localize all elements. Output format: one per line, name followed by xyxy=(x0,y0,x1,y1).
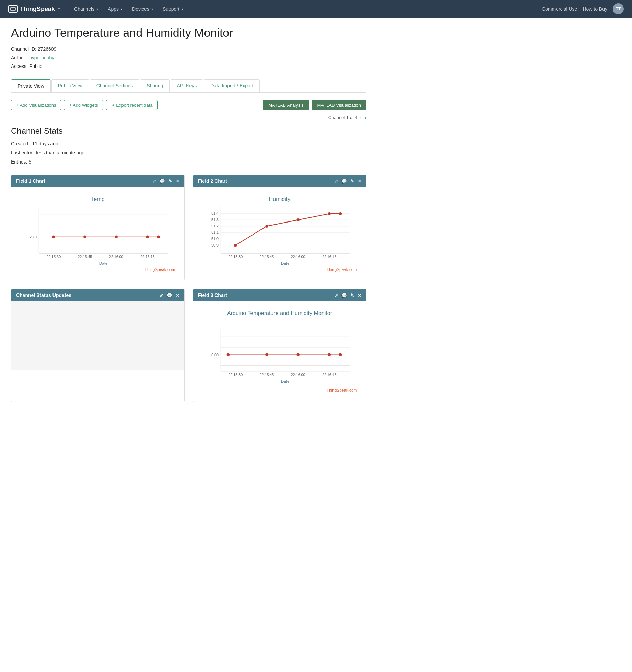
nav-left: ThingSpeak™ Channels▾ Apps▾ Devices▾ Sup… xyxy=(8,4,187,14)
field2-expand-icon[interactable]: ⤢ xyxy=(334,179,338,184)
svg-point-62 xyxy=(265,353,268,357)
svg-point-16 xyxy=(115,236,118,239)
field2-close-icon[interactable]: ✕ xyxy=(358,179,361,184)
field3-chart-title: Field 3 Chart xyxy=(198,292,227,298)
field1-edit-icon[interactable]: ✎ xyxy=(168,179,172,184)
field1-comment-icon[interactable]: 💬 xyxy=(160,179,165,184)
field1-chart-body: Temp Temperature 28.0 22:15:30 22:15:45 xyxy=(11,187,184,280)
status-close-icon[interactable]: ✕ xyxy=(176,293,179,298)
svg-point-17 xyxy=(146,236,149,239)
svg-text:ThingSpeak.com: ThingSpeak.com xyxy=(327,267,357,272)
svg-text:22:15:45: 22:15:45 xyxy=(260,255,274,259)
support-caret: ▾ xyxy=(182,7,183,11)
svg-text:Arduino Temperature and Humidi: Arduino Temperature and Humidity Monitor xyxy=(227,310,332,316)
field2-edit-icon[interactable]: ✎ xyxy=(350,179,354,184)
access-row: Access: Public xyxy=(11,62,366,71)
nav-apps[interactable]: Apps▾ xyxy=(104,4,127,14)
brand-name: ThingSpeak xyxy=(20,5,55,13)
toolbar-left: + Add Visualizations + Add Widgets ✦ Exp… xyxy=(11,100,158,110)
stats-title: Channel Stats xyxy=(11,126,366,136)
matlab-analysis-button[interactable]: MATLAB Analysis xyxy=(263,100,309,110)
field3-comment-icon[interactable]: 💬 xyxy=(341,293,347,298)
svg-text:Date: Date xyxy=(281,261,290,266)
svg-text:Humidity: Humidity xyxy=(269,196,291,202)
user-avatar[interactable]: TT xyxy=(613,3,624,14)
tab-data-import-export[interactable]: Data Import / Export xyxy=(204,79,260,92)
svg-text:22:16:00: 22:16:00 xyxy=(109,255,124,259)
field1-chart-header: Field 1 Chart ⤢ 💬 ✎ ✕ xyxy=(11,175,184,187)
field2-svg: Humidity Humidity 51.4 51.3 51.2 xyxy=(199,193,361,274)
svg-text:22:16:00: 22:16:00 xyxy=(291,255,305,259)
channel-next-arrow[interactable]: › xyxy=(365,115,366,121)
created-link[interactable]: 11 days ago xyxy=(32,141,58,146)
commercial-use-link[interactable]: Commercial Use xyxy=(542,6,577,12)
field2-comment-icon[interactable]: 💬 xyxy=(341,179,347,184)
channel-prev-arrow[interactable]: ‹ xyxy=(360,115,362,121)
svg-text:22:15:30: 22:15:30 xyxy=(46,255,61,259)
tab-channel-settings[interactable]: Channel Settings xyxy=(90,79,140,92)
status-expand-icon[interactable]: ⤢ xyxy=(160,293,163,298)
svg-text:51.4: 51.4 xyxy=(211,212,219,216)
svg-text:22:15:45: 22:15:45 xyxy=(260,373,274,377)
author-link[interactable]: hyperhobby xyxy=(29,55,54,60)
field3-chart-card: Field 3 Chart ⤢ 💬 ✎ ✕ Arduino Temperatur… xyxy=(193,289,366,402)
field1-svg-title: Temp xyxy=(91,196,104,202)
field3-chart-header: Field 3 Chart ⤢ 💬 ✎ ✕ xyxy=(193,289,366,301)
svg-point-18 xyxy=(157,236,160,239)
tab-api-keys[interactable]: API Keys xyxy=(171,79,203,92)
svg-point-63 xyxy=(296,353,300,357)
svg-text:Date: Date xyxy=(99,261,108,266)
svg-point-65 xyxy=(339,353,342,357)
devices-caret: ▾ xyxy=(151,7,153,11)
export-data-button[interactable]: ✦ Export recent data xyxy=(106,100,158,110)
add-widgets-button[interactable]: + Add Widgets xyxy=(64,100,103,110)
nav-channels[interactable]: Channels▾ xyxy=(70,4,102,14)
author-row: Author: hyperhobby xyxy=(11,53,366,62)
nav-support[interactable]: Support▾ xyxy=(159,4,187,14)
tab-sharing[interactable]: Sharing xyxy=(140,79,169,92)
field2-chart-body: Humidity Humidity 51.4 51.3 51.2 xyxy=(193,187,366,280)
status-comment-icon[interactable]: 💬 xyxy=(167,293,172,298)
brand-logo[interactable]: ThingSpeak™ xyxy=(8,5,60,13)
svg-point-41 xyxy=(234,244,237,247)
svg-text:ThingSpeak.com: ThingSpeak.com xyxy=(327,388,357,392)
svg-text:ThingSpeak.com: ThingSpeak.com xyxy=(145,267,175,272)
field1-chart-title: Field 1 Chart xyxy=(16,178,45,184)
svg-point-15 xyxy=(83,236,86,239)
status-empty-body xyxy=(11,301,184,370)
svg-point-14 xyxy=(52,236,55,239)
field1-chart-icons: ⤢ 💬 ✎ ✕ xyxy=(152,179,179,184)
status-chart-title: Channel Status Updates xyxy=(16,292,71,298)
field1-expand-icon[interactable]: ⤢ xyxy=(152,179,156,184)
status-chart-card: Channel Status Updates ⤢ 💬 ✕ xyxy=(11,289,185,402)
field2-chart-icons: ⤢ 💬 ✎ ✕ xyxy=(334,179,361,184)
toolbar-right: MATLAB Analysis MATLAB Visualization xyxy=(263,100,366,110)
field3-chart-body: Arduino Temperature and Humidity Monitor… xyxy=(193,301,366,401)
svg-text:Date: Date xyxy=(281,379,290,383)
channel-meta: Channel ID: 2726609 Author: hyperhobby A… xyxy=(11,45,366,71)
svg-text:51.0: 51.0 xyxy=(211,237,219,241)
svg-text:51.2: 51.2 xyxy=(211,224,219,228)
svg-text:22:15:45: 22:15:45 xyxy=(78,255,92,259)
svg-text:51.3: 51.3 xyxy=(211,218,219,222)
svg-text:51.1: 51.1 xyxy=(211,230,219,235)
tab-private-view[interactable]: Private View xyxy=(11,79,51,92)
add-visualizations-button[interactable]: + Add Visualizations xyxy=(11,100,61,110)
svg-text:28.0: 28.0 xyxy=(30,235,37,239)
matlab-viz-button[interactable]: MATLAB Visualization xyxy=(312,100,366,110)
last-entry-link[interactable]: less than a minute ago xyxy=(36,150,84,155)
page-title: Arduino Temperature and Humidity Monitor xyxy=(11,26,366,39)
nav-devices[interactable]: Devices▾ xyxy=(128,4,157,14)
how-to-buy-link[interactable]: How to Buy xyxy=(583,6,607,12)
field3-expand-icon[interactable]: ⤢ xyxy=(334,293,338,298)
svg-text:22:16:15: 22:16:15 xyxy=(322,373,337,377)
tab-public-view[interactable]: Public View xyxy=(51,79,89,92)
main-content: Arduino Temperature and Humidity Monitor… xyxy=(0,18,377,410)
field3-close-icon[interactable]: ✕ xyxy=(358,293,361,298)
field1-chart-card: Field 1 Chart ⤢ 💬 ✎ ✕ Temp Temperature xyxy=(11,175,185,280)
svg-point-61 xyxy=(227,353,230,357)
field3-edit-icon[interactable]: ✎ xyxy=(350,293,354,298)
svg-text:22:16:00: 22:16:00 xyxy=(291,373,305,377)
field1-close-icon[interactable]: ✕ xyxy=(176,179,179,184)
stats-last-entry: Last entry: less than a minute ago xyxy=(11,148,366,157)
